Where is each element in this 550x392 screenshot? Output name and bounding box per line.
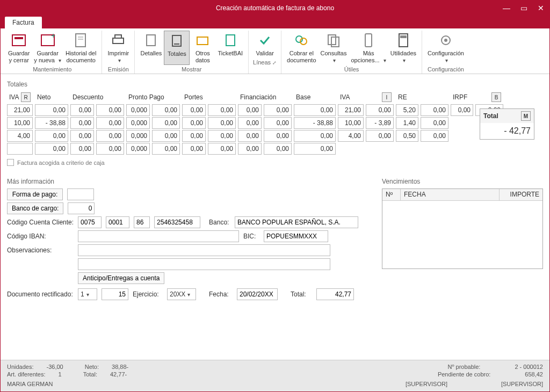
totals-cell[interactable]: 0,00 bbox=[35, 104, 68, 116]
close-button[interactable]: ✕ bbox=[532, 1, 549, 16]
totals-cell[interactable]: 0,00 bbox=[96, 117, 124, 129]
totals-cell[interactable]: 0,00 bbox=[366, 130, 394, 142]
totals-cell[interactable]: 10,00 bbox=[338, 117, 364, 129]
save-new-button[interactable]: + Guardar y nueva bbox=[32, 31, 63, 65]
totals-cell[interactable]: 0,00 bbox=[152, 130, 180, 142]
ejercicio-select[interactable]: 20XX bbox=[167, 288, 196, 300]
totals-cell[interactable]: 0,00 bbox=[208, 117, 236, 129]
totals-cell[interactable]: 0,000 bbox=[126, 130, 150, 142]
totals-cell[interactable]: 0,00 bbox=[70, 130, 94, 142]
i-badge[interactable]: I bbox=[382, 92, 392, 102]
totals-cell[interactable]: 0,000 bbox=[126, 104, 150, 116]
vencimientos-table[interactable]: Nº FECHA IMPORTE bbox=[382, 188, 543, 269]
totals-cell[interactable]: 0,00 bbox=[294, 143, 336, 155]
totals-cell[interactable]: 0,00 bbox=[35, 143, 68, 155]
totals-cell[interactable]: 0,00 bbox=[238, 143, 262, 155]
totals-cell[interactable]: 0,00 bbox=[152, 143, 180, 155]
totals-cell[interactable]: 0,00 bbox=[264, 104, 292, 116]
utilidades-button[interactable]: Utilidades bbox=[388, 31, 418, 65]
totals-cell[interactable]: 0,00 bbox=[182, 130, 206, 142]
totals-cell[interactable]: 0,00 bbox=[182, 117, 206, 129]
totals-cell[interactable]: 0,00 bbox=[152, 104, 180, 116]
totals-cell[interactable]: 0,00 bbox=[238, 130, 262, 142]
print-button[interactable]: Imprimir bbox=[105, 31, 131, 65]
totals-cell[interactable]: 0,00 bbox=[70, 104, 94, 116]
totals-cell[interactable]: - 38,88 bbox=[294, 117, 336, 129]
totals-cell[interactable]: 0,00 bbox=[96, 143, 124, 155]
tab-factura[interactable]: Factura bbox=[5, 17, 42, 28]
totals-cell[interactable]: 21,00 bbox=[7, 104, 33, 116]
iban-input[interactable] bbox=[78, 230, 239, 242]
consultas-button[interactable]: Consultas bbox=[319, 31, 349, 65]
totals-cell[interactable]: 0,00 bbox=[451, 104, 473, 116]
totals-cell[interactable]: 0,00 bbox=[152, 117, 180, 129]
b-badge[interactable]: B bbox=[491, 92, 501, 102]
totals-cell[interactable]: 0,00 bbox=[96, 104, 124, 116]
obs-input-1[interactable] bbox=[78, 244, 330, 256]
totals-cell[interactable]: 0,00 bbox=[70, 143, 94, 155]
totals-cell[interactable]: 0,00 bbox=[294, 130, 336, 142]
totals-cell[interactable]: 0,00 bbox=[182, 143, 206, 155]
ccc-4[interactable] bbox=[154, 216, 200, 228]
totals-cell[interactable]: 0,00 bbox=[264, 117, 292, 129]
history-button[interactable]: Historial del documento bbox=[63, 31, 98, 65]
factura-caja-checkbox[interactable] bbox=[7, 159, 14, 166]
totals-cell[interactable]: 0,00 bbox=[96, 130, 124, 142]
doc-rect-num[interactable] bbox=[102, 288, 128, 300]
forma-pago-input[interactable] bbox=[67, 188, 94, 200]
totals-cell[interactable]: 0,00 bbox=[421, 117, 448, 129]
cobrar-button[interactable]: Cobrar el documento bbox=[285, 31, 318, 65]
totals-cell[interactable]: 21,00 bbox=[338, 104, 364, 116]
totals-cell[interactable]: - 38,88 bbox=[35, 117, 68, 129]
otros-datos-button[interactable]: Otros datos bbox=[190, 31, 215, 65]
forma-pago-button[interactable]: Forma de pago: bbox=[7, 188, 63, 200]
totals-cell[interactable]: 0,000 bbox=[126, 117, 150, 129]
totals-cell[interactable]: 0,00 bbox=[264, 143, 292, 155]
totals-cell[interactable]: - 3,89 bbox=[366, 117, 394, 129]
minimize-button[interactable]: — bbox=[498, 1, 515, 16]
totals-cell[interactable]: 0,00 bbox=[208, 104, 236, 116]
banco-input[interactable] bbox=[235, 216, 358, 228]
totals-cell[interactable]: 4,00 bbox=[7, 130, 33, 142]
totals-cell[interactable]: 0,00 bbox=[238, 104, 262, 116]
totals-cell[interactable]: 0,00 bbox=[182, 104, 206, 116]
validar-button[interactable]: Validar bbox=[252, 31, 278, 58]
configuracion-button[interactable]: Configuración bbox=[425, 31, 466, 65]
totals-cell[interactable]: 0,00 bbox=[208, 130, 236, 142]
ccc-3[interactable] bbox=[134, 216, 150, 228]
totals-cell[interactable]: 0,00 bbox=[70, 117, 94, 129]
fecha-input[interactable] bbox=[237, 288, 278, 300]
mas-opciones-button[interactable]: Más opciones... bbox=[349, 31, 388, 65]
totals-cell[interactable]: 0,00 bbox=[421, 130, 448, 142]
totals-cell[interactable] bbox=[7, 143, 33, 155]
ccc-2[interactable] bbox=[106, 216, 129, 228]
ticketbai-button[interactable]: TicketBAI bbox=[215, 31, 245, 65]
r-badge[interactable]: R bbox=[21, 92, 31, 102]
totales-button[interactable]: Totales bbox=[164, 31, 190, 65]
banco-cargo-input[interactable] bbox=[68, 202, 95, 214]
detalles-button[interactable]: Detalles bbox=[138, 31, 164, 65]
totals-cell[interactable]: 10,00 bbox=[7, 117, 33, 129]
save-close-button[interactable]: Guardar y cerrar bbox=[6, 31, 32, 65]
bic-input[interactable] bbox=[264, 230, 328, 242]
totals-cell[interactable]: 0,50 bbox=[396, 130, 418, 142]
ccc-1[interactable] bbox=[78, 216, 102, 228]
totals-cell[interactable]: 0,00 bbox=[421, 104, 448, 116]
totals-cell[interactable]: 0,00 bbox=[264, 130, 292, 142]
total-rect-input[interactable] bbox=[316, 288, 354, 300]
obs-input-2[interactable] bbox=[78, 258, 330, 270]
maximize-button[interactable]: ▭ bbox=[515, 1, 532, 16]
totals-cell[interactable]: 5,20 bbox=[396, 104, 418, 116]
totals-cell[interactable]: 0,00 bbox=[238, 117, 262, 129]
m-badge[interactable]: M bbox=[521, 111, 531, 121]
totals-cell[interactable]: 1,40 bbox=[396, 117, 418, 129]
anticipo-button[interactable]: Anticipo/Entregas a cuenta bbox=[78, 272, 164, 284]
totals-cell[interactable]: 0,00 bbox=[208, 143, 236, 155]
doc-rect-select[interactable]: 1 bbox=[78, 288, 97, 300]
totals-cell[interactable]: 0,00 bbox=[294, 104, 336, 116]
totals-cell[interactable]: 0,00 bbox=[366, 104, 394, 116]
totals-cell[interactable]: 0,00 bbox=[35, 130, 68, 142]
banco-cargo-button[interactable]: Banco de cargo: bbox=[7, 202, 63, 214]
totals-cell[interactable]: 4,00 bbox=[338, 130, 364, 142]
totals-cell[interactable]: 0,000 bbox=[126, 143, 150, 155]
